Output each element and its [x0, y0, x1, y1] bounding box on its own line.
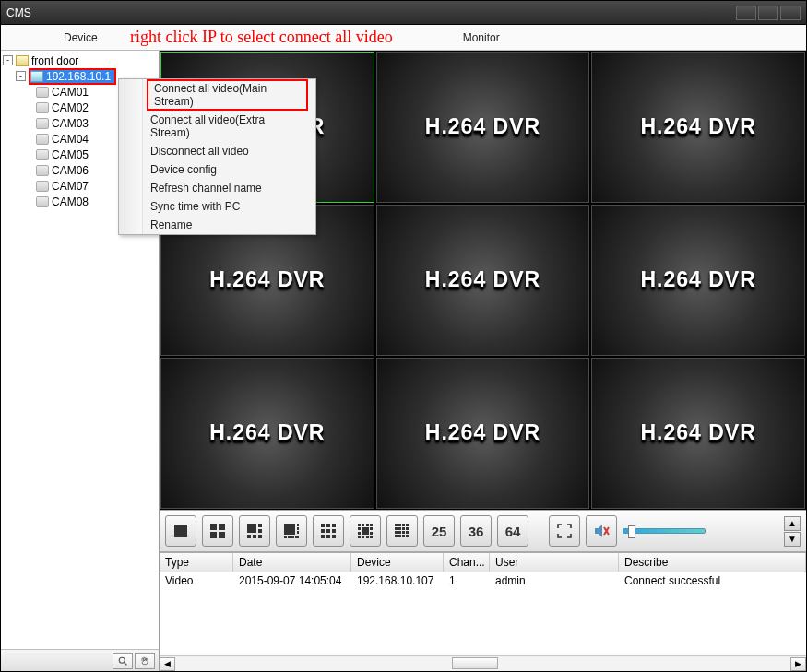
layout-6-button[interactable]	[239, 515, 270, 547]
menu-monitor[interactable]: Monitor	[437, 31, 526, 44]
svg-rect-40	[362, 536, 364, 538]
svg-rect-56	[398, 535, 401, 537]
svg-rect-28	[326, 535, 330, 538]
scroll-left-button[interactable]: ◀	[160, 657, 175, 671]
camera-icon	[36, 87, 49, 98]
svg-rect-33	[366, 524, 369, 526]
log-header: Type Date Device Chan... User Describe	[160, 553, 806, 572]
ctx-sync-time[interactable]: Sync time with PC	[119, 197, 315, 216]
fullscreen-button[interactable]	[549, 515, 580, 547]
video-cell[interactable]: H.264 DVR	[591, 52, 805, 203]
svg-rect-54	[406, 531, 409, 534]
video-cell[interactable]: H.264 DVR	[591, 358, 805, 509]
video-cell[interactable]: H.264 DVR	[376, 205, 590, 356]
layout-8-button[interactable]	[276, 515, 307, 547]
svg-rect-8	[258, 524, 262, 527]
video-cell[interactable]: H.264 DVR	[376, 52, 590, 203]
camera-icon	[36, 181, 49, 192]
close-button[interactable]	[780, 6, 801, 20]
layout-25-button[interactable]: 25	[423, 515, 455, 547]
camera-icon	[36, 196, 49, 207]
svg-rect-15	[297, 527, 299, 530]
window-title: CMS	[6, 6, 31, 19]
svg-rect-24	[321, 529, 325, 533]
video-cell[interactable]: H.264 DVR	[591, 205, 805, 356]
layout-4-button[interactable]	[202, 515, 233, 547]
svg-rect-9	[258, 529, 262, 533]
layout-64-button[interactable]: 64	[497, 515, 528, 547]
menu-device[interactable]: Device	[38, 31, 124, 44]
log-body[interactable]: Video 2015-09-07 14:05:04 192.168.10.107…	[160, 572, 806, 655]
svg-rect-3	[210, 524, 217, 530]
layout-13-button[interactable]	[350, 515, 381, 547]
svg-rect-16	[297, 531, 299, 534]
scroll-thumb[interactable]	[452, 657, 498, 669]
layout-1-button[interactable]	[165, 515, 196, 547]
tree-root-label: front door	[31, 54, 78, 67]
camera-icon	[36, 134, 49, 145]
ctx-connect-extra[interactable]: Connect all video(Extra Stream)	[119, 111, 315, 142]
horizontal-scrollbar[interactable]: ◀ ▶	[160, 655, 806, 671]
svg-rect-4	[219, 524, 225, 530]
ctx-rename[interactable]: Rename	[119, 216, 315, 234]
svg-rect-20	[295, 536, 299, 538]
ctx-disconnect[interactable]: Disconnect all video	[119, 142, 315, 160]
svg-rect-7	[247, 524, 256, 533]
minimize-button[interactable]	[736, 6, 756, 20]
svg-rect-38	[370, 532, 373, 535]
svg-rect-29	[332, 535, 336, 538]
svg-rect-55	[395, 535, 398, 537]
camera-icon	[36, 118, 49, 129]
svg-line-1	[125, 662, 127, 665]
svg-rect-51	[395, 531, 398, 534]
scroll-down-button[interactable]: ▼	[784, 532, 801, 547]
menu-bar: Device right click IP to select connect …	[1, 25, 806, 51]
ctx-connect-main[interactable]: Connect all video(Main Stream)	[119, 79, 315, 111]
settings-button[interactable]	[135, 653, 155, 669]
layout-16-button[interactable]	[386, 515, 418, 547]
log-col-channel[interactable]: Chan...	[444, 553, 490, 572]
scroll-track[interactable]	[175, 657, 790, 671]
device-ip-label: 192.168.10.1	[46, 70, 111, 83]
search-button[interactable]	[113, 653, 133, 669]
svg-rect-49	[402, 527, 405, 530]
maximize-button[interactable]	[758, 6, 778, 20]
svg-rect-6	[219, 532, 225, 538]
volume-slider[interactable]	[623, 528, 706, 534]
log-col-user[interactable]: User	[490, 553, 619, 572]
collapse-icon[interactable]: -	[16, 71, 26, 81]
svg-rect-34	[370, 524, 373, 526]
log-col-device[interactable]: Device	[351, 553, 444, 572]
svg-rect-42	[370, 536, 373, 538]
log-col-date[interactable]: Date	[233, 553, 351, 572]
log-panel: Type Date Device Chan... User Describe V…	[160, 552, 806, 655]
svg-rect-43	[395, 524, 398, 526]
svg-rect-18	[288, 536, 291, 538]
video-cell[interactable]: H.264 DVR	[160, 358, 374, 509]
log-col-type[interactable]: Type	[160, 553, 233, 572]
svg-rect-21	[321, 524, 325, 527]
collapse-icon[interactable]: -	[3, 55, 13, 65]
scroll-right-button[interactable]: ▶	[790, 657, 806, 671]
svg-rect-47	[395, 527, 398, 530]
ctx-refresh-channel[interactable]: Refresh channel name	[119, 179, 315, 197]
ctx-device-config[interactable]: Device config	[119, 160, 315, 179]
video-cell[interactable]: H.264 DVR	[376, 358, 590, 509]
layout-36-button[interactable]: 36	[460, 515, 492, 547]
scroll-up-button[interactable]: ▲	[784, 516, 801, 531]
tree-root[interactable]: - front door	[1, 53, 159, 68]
svg-rect-12	[258, 535, 262, 538]
log-col-describe[interactable]: Describe	[619, 553, 806, 572]
svg-rect-23	[332, 524, 336, 527]
log-row[interactable]: Video 2015-09-07 14:05:04 192.168.10.107…	[160, 572, 806, 589]
svg-rect-17	[284, 536, 287, 538]
ip-highlight-box: 192.168.10.1	[29, 68, 116, 85]
svg-rect-27	[321, 535, 325, 538]
mute-button[interactable]	[586, 515, 617, 547]
layout-9-button[interactable]	[313, 515, 344, 547]
svg-rect-11	[253, 535, 256, 538]
slider-thumb[interactable]	[628, 525, 635, 538]
svg-rect-48	[398, 527, 401, 530]
svg-rect-22	[326, 524, 330, 527]
layout-toolbar: 25 36 64 ▲ ▼	[160, 510, 806, 552]
